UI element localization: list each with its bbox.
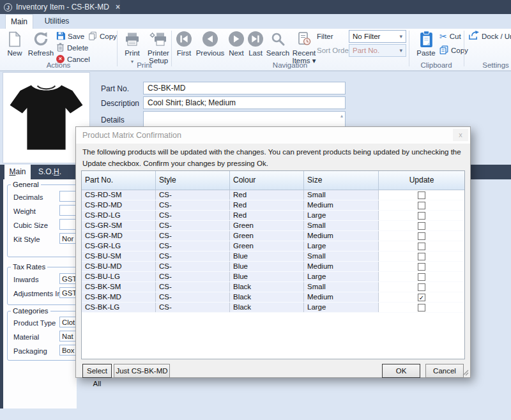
cell-colour: Blue — [230, 251, 304, 261]
sort-order-label: Sort Order — [317, 47, 351, 54]
cell-colour: Black — [230, 282, 304, 292]
tab-main[interactable]: Main — [5, 14, 33, 29]
cell-size: Small — [304, 190, 379, 200]
group-label-settings: Settings — [464, 61, 511, 69]
update-checkbox[interactable] — [418, 222, 425, 230]
kit-style-label: Kit Style — [13, 236, 40, 243]
update-checkbox[interactable] — [418, 191, 425, 199]
cell-update: ✓ — [379, 292, 464, 302]
cell-style: CS- — [156, 200, 230, 210]
sort-order-dropdown[interactable]: Part No. ▾ — [349, 44, 406, 57]
table-row[interactable]: CS-RD-SMCS-RedSmall — [82, 190, 464, 200]
update-checkbox[interactable] — [418, 273, 425, 281]
cell-size: Medium — [304, 200, 379, 210]
printer-icon — [121, 30, 143, 48]
window-title: Inventory Item - CS-BK-MD — [16, 3, 109, 11]
update-checkbox[interactable] — [418, 283, 425, 291]
table-row[interactable]: CS-RD-MDCS-RedMedium — [82, 200, 464, 211]
filter-label: Filter — [317, 33, 333, 40]
table-row[interactable]: CS-BK-LGCS-BlackLarge — [82, 303, 464, 313]
dock-icon — [468, 31, 479, 41]
update-checkbox[interactable] — [418, 253, 425, 260]
table-row[interactable]: CS-BU-SMCS-BlueSmall — [82, 251, 464, 262]
save-label: Save — [68, 33, 84, 40]
app-icon: J — [4, 3, 12, 11]
cell-part-no: CS-RD-SM — [82, 190, 156, 200]
table-row[interactable]: CS-RD-LGCS-RedLarge — [82, 211, 464, 221]
filter-dropdown[interactable]: No Filter ▾ — [349, 30, 406, 43]
update-checkbox[interactable] — [418, 202, 425, 209]
description-input[interactable]: Cool Shirt; Black; Medium — [143, 96, 346, 109]
tab-item-main[interactable]: Main — [4, 165, 31, 179]
refresh-button[interactable]: Refresh — [27, 30, 55, 57]
update-checkbox[interactable]: ✓ — [418, 294, 425, 301]
column-header-size[interactable]: Size — [304, 171, 379, 190]
print-button[interactable]: Print ▾ — [121, 30, 143, 66]
part-no-label: Part No. — [101, 84, 129, 93]
delete-button[interactable]: Delete — [56, 42, 88, 53]
ok-button[interactable]: OK — [382, 364, 420, 378]
ribbon: New Refresh Save Delete × Cancel — [0, 29, 511, 71]
window-titlebar: J Inventory Item - CS-BK-MD × — [0, 0, 511, 14]
cell-colour: Black — [230, 303, 304, 312]
resize-grip[interactable] — [461, 368, 469, 376]
column-header-part-no[interactable]: Part No. — [82, 171, 156, 190]
cut-button[interactable]: ✂ Cut — [439, 31, 461, 41]
column-header-style[interactable]: Style — [156, 171, 230, 190]
just-cs-bk-md-button[interactable]: Just CS-BK-MD — [114, 364, 170, 378]
previous-button[interactable]: Previous — [195, 30, 225, 57]
select-all-button[interactable]: Select All — [82, 364, 112, 378]
last-button[interactable]: Last — [247, 30, 264, 57]
app-window: J Inventory Item - CS-BK-MD × Main Utili… — [0, 0, 511, 420]
previous-icon — [202, 31, 218, 47]
cell-part-no: CS-RD-LG — [82, 211, 156, 220]
update-checkbox[interactable] — [418, 212, 425, 220]
next-button[interactable]: Next — [227, 30, 246, 57]
copy-icon — [439, 45, 448, 56]
copy-item-button[interactable]: Copy — [88, 31, 117, 41]
table-row[interactable]: CS-GR-MDCS-GreenMedium — [82, 231, 464, 241]
cancel-dialog-button[interactable]: Cancel — [425, 364, 464, 378]
table-row[interactable]: CS-GR-SMCS-GreenSmall — [82, 221, 464, 231]
update-checkbox[interactable] — [418, 243, 425, 250]
adjustments-in-label: Adjustments In — [13, 290, 61, 297]
dialog-close-icon[interactable]: x — [453, 129, 468, 141]
scroll-up-icon[interactable]: ▴ — [340, 113, 343, 119]
update-checkbox[interactable] — [418, 232, 425, 240]
matrix-table-header: Part No. Style Colour Size Update — [82, 171, 464, 190]
update-checkbox[interactable] — [418, 304, 425, 311]
update-checkbox[interactable] — [418, 263, 425, 271]
tax-rates-label: Tax Rates — [11, 263, 47, 271]
close-icon[interactable]: × — [116, 3, 120, 11]
search-button[interactable]: Search — [266, 30, 290, 57]
tab-utilities[interactable]: Utilities — [37, 14, 77, 29]
tab-item-soh[interactable]: S.O.H. — [32, 165, 68, 179]
table-row[interactable]: CS-BU-LGCS-BlueLarge — [82, 272, 464, 282]
categories-label: Categories — [11, 307, 50, 315]
cell-size: Small — [304, 221, 379, 230]
product-type-label: Product Type — [13, 319, 56, 327]
dock-undock-button[interactable]: Dock / Undock — [468, 31, 511, 41]
ribbon-tabbar: Main Utilities — [0, 14, 511, 29]
table-row[interactable]: CS-BU-MDCS-BlueMedium — [82, 262, 464, 272]
table-row[interactable]: CS-GR-LGCS-GreenLarge — [82, 241, 464, 251]
cell-style: CS- — [156, 303, 230, 312]
recent-items-button[interactable]: Recent Items ▾ — [291, 30, 317, 64]
table-row[interactable]: CS-BK-SMCS-BlackSmall — [82, 282, 464, 292]
column-header-update[interactable]: Update — [379, 171, 464, 190]
cell-size: Small — [304, 282, 379, 292]
save-button[interactable]: Save — [56, 31, 84, 41]
cell-update — [379, 231, 464, 241]
cell-part-no: CS-BU-SM — [82, 251, 156, 261]
new-button[interactable]: New — [4, 30, 26, 57]
part-no-input[interactable]: CS-BK-MD — [143, 82, 346, 94]
cell-part-no: CS-BU-MD — [82, 262, 156, 271]
weight-label: Weight — [13, 207, 36, 215]
column-header-colour[interactable]: Colour — [230, 171, 304, 190]
first-button[interactable]: First — [174, 30, 194, 57]
table-row[interactable]: CS-BK-MDCS-BlackMedium✓ — [82, 292, 464, 303]
printer-setup-button[interactable]: Printer Setup — [146, 30, 171, 64]
paste-button[interactable]: Paste — [414, 30, 438, 57]
document-tab[interactable]: J Inventory Item - CS-BK-MD × — [0, 0, 120, 14]
cell-update — [379, 200, 464, 210]
